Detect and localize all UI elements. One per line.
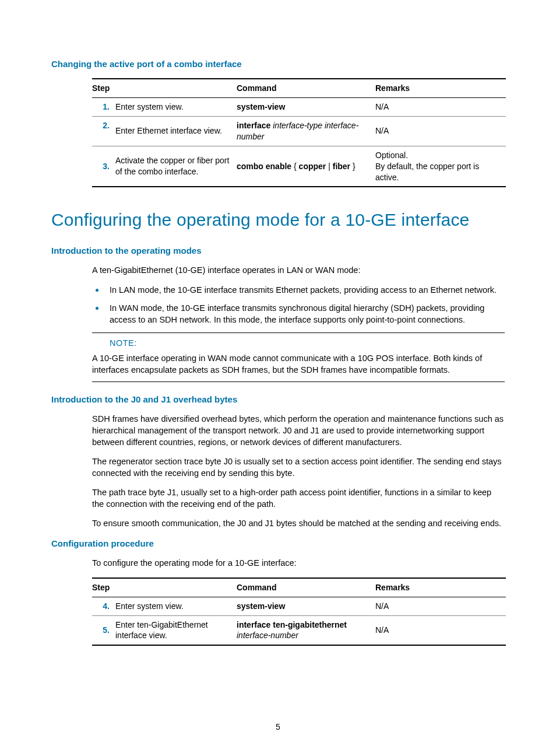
- col-step: Step: [92, 578, 237, 597]
- step-command: combo enable { copper | fiber }: [237, 146, 375, 187]
- step-remarks: N/A: [375, 597, 506, 615]
- table-row: 2. Enter Ethernet interface view. interf…: [92, 117, 506, 146]
- heading-intro-modes: Introduction to the operating modes: [51, 245, 505, 257]
- heading-configure-10ge: Configuring the operating mode for a 10-…: [51, 208, 505, 232]
- step-desc: Enter Ethernet interface view.: [115, 117, 237, 146]
- col-step: Step: [92, 79, 237, 97]
- step-desc: Enter system view.: [115, 98, 237, 117]
- step-desc: Enter ten-GigabitEthernet interface view…: [115, 615, 237, 645]
- col-command: Command: [237, 578, 375, 597]
- step-remarks: N/A: [375, 98, 506, 117]
- step-command: interface interface-type interface-numbe…: [237, 117, 375, 146]
- heading-config-procedure: Configuration procedure: [51, 538, 505, 550]
- intro-text: A ten-GigabitEthernet (10-GE) interface …: [92, 265, 505, 276]
- step-desc: Activate the copper or fiber port of the…: [115, 146, 237, 187]
- step-command: interface ten-gigabitethernet interface-…: [237, 615, 375, 645]
- col-remarks: Remarks: [375, 578, 506, 597]
- mode-list: In LAN mode, the 10-GE interface transmi…: [92, 285, 505, 326]
- intro-text: To configure the operating mode for a 10…: [92, 558, 505, 569]
- table-combo-interface: Step Command Remarks 1. Enter system vie…: [92, 78, 506, 187]
- step-command: system-view: [237, 98, 375, 117]
- col-remarks: Remarks: [375, 79, 506, 97]
- note-text: A 10-GE interface operating in WAN mode …: [92, 353, 505, 376]
- step-number: 1.: [92, 98, 115, 117]
- step-remarks: N/A: [375, 117, 506, 146]
- col-command: Command: [237, 79, 375, 97]
- table-row: 3. Activate the copper or fiber port of …: [92, 146, 506, 187]
- table-10ge-config: Step Command Remarks 4. Enter system vie…: [92, 578, 506, 646]
- table-row: 1. Enter system view. system-view N/A: [92, 98, 506, 117]
- note-box: NOTE: A 10-GE interface operating in WAN…: [92, 332, 505, 382]
- list-item: In WAN mode, the 10-GE interface transmi…: [92, 303, 505, 326]
- page-number: 5: [0, 722, 556, 733]
- step-number: 4.: [92, 597, 115, 615]
- table-row: 5. Enter ten-GigabitEthernet interface v…: [92, 615, 506, 645]
- step-number: 2.: [92, 117, 115, 146]
- step-command: system-view: [237, 597, 375, 615]
- table-row: 4. Enter system view. system-view N/A: [92, 597, 506, 615]
- step-number: 5.: [92, 615, 115, 645]
- list-item: In LAN mode, the 10-GE interface transmi…: [92, 285, 505, 296]
- body-text: The path trace byte J1, usually set to a…: [92, 487, 505, 510]
- heading-j0-j1: Introduction to the J0 and J1 overhead b…: [51, 394, 505, 405]
- step-number: 3.: [92, 146, 115, 187]
- heading-change-active-port: Changing the active port of a combo inte…: [51, 58, 505, 70]
- step-desc: Enter system view.: [115, 597, 237, 615]
- step-remarks: N/A: [375, 615, 506, 645]
- body-text: The regenerator section trace byte J0 is…: [92, 456, 505, 479]
- body-text: To ensure smooth communication, the J0 a…: [92, 518, 505, 530]
- step-remarks: Optional. By default, the copper port is…: [375, 146, 506, 187]
- body-text: SDH frames have diversified overhead byt…: [92, 414, 505, 448]
- note-label: NOTE:: [110, 338, 505, 349]
